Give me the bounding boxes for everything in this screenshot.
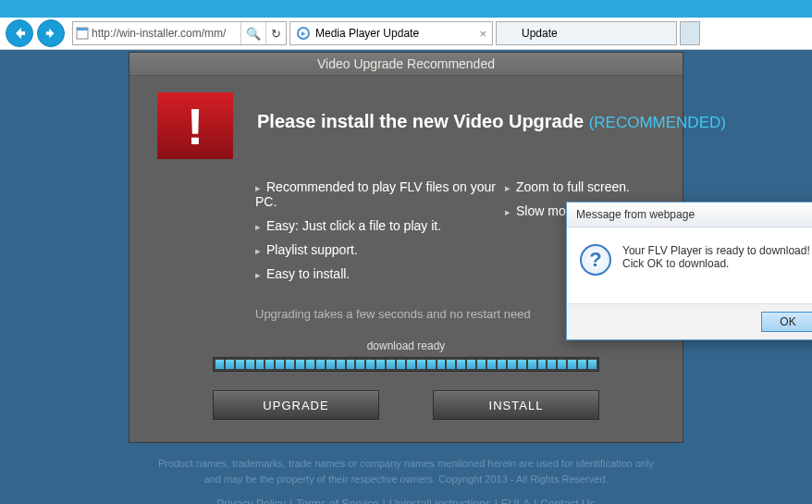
arrow-right-icon — [44, 27, 57, 40]
progress-segment — [326, 360, 335, 369]
progress-segment — [477, 360, 486, 369]
separator: | — [495, 498, 498, 504]
forward-button[interactable] — [37, 19, 65, 47]
headline-main: Please install the new Video Upgrade — [257, 111, 584, 131]
progress-segment — [347, 360, 355, 369]
back-button[interactable] — [6, 19, 33, 47]
dialog-title: Message from webpage — [567, 203, 812, 227]
footer-links: Privacy Policy|Terms of Service|Uninstal… — [129, 496, 683, 504]
progress-segment — [467, 360, 475, 369]
headline: Please install the new Video Upgrade (RE… — [257, 92, 726, 132]
progress-bar — [213, 357, 599, 372]
tab-title: Update — [522, 27, 558, 40]
progress-segment — [487, 360, 496, 369]
progress-segment — [457, 360, 465, 369]
progress-segment — [518, 360, 526, 369]
page-favicon — [73, 27, 90, 40]
progress-segment — [528, 360, 536, 369]
progress-segment — [397, 360, 405, 369]
question-icon: ? — [580, 244, 611, 276]
address-bar[interactable]: http://win-installer.com/mm/ 🔍 ↻ — [72, 21, 287, 45]
separator: | — [383, 498, 386, 504]
footer-link[interactable]: Uninstall instructions — [389, 498, 491, 504]
progress-segment — [417, 360, 425, 369]
progress-segment — [306, 360, 314, 369]
progress-segment — [337, 360, 345, 369]
footer-link[interactable]: EULA — [501, 498, 530, 504]
progress-segment — [376, 360, 385, 369]
progress-segment — [246, 360, 254, 369]
progress-segment — [276, 360, 284, 369]
ok-button[interactable]: OK — [761, 312, 812, 332]
progress-segment — [286, 360, 294, 369]
progress-segment — [265, 360, 274, 369]
progress-segment — [538, 360, 547, 369]
url-text: http://win-installer.com/mm/ — [90, 27, 240, 40]
progress-segment — [407, 360, 415, 369]
tab-update[interactable]: Update — [496, 21, 677, 45]
blank-favicon — [502, 26, 517, 41]
feature-item: Recommended to play FLV files on your PC… — [255, 179, 505, 209]
tab-media-player-update[interactable]: Media Player Update × — [289, 21, 493, 45]
upgrade-button[interactable]: UPGRADE — [213, 390, 379, 420]
progress-segment — [427, 360, 436, 369]
new-tab-button[interactable] — [680, 21, 700, 45]
footer-line2: and may be the property of their respect… — [129, 472, 683, 487]
progress-segment — [547, 360, 556, 369]
footer-link[interactable]: Terms of Service — [296, 498, 378, 504]
play-favicon — [296, 26, 311, 41]
progress-segment — [226, 360, 234, 369]
footer-line1: Product names, trademarks, trade names o… — [129, 456, 683, 472]
warning-icon: ! — [157, 92, 233, 159]
separator: | — [534, 498, 536, 504]
progress-segment — [366, 360, 375, 369]
progress-segment — [256, 360, 265, 369]
progress-segment — [568, 360, 576, 369]
message-dialog: Message from webpage ? Your FLV Player i… — [566, 202, 812, 340]
feature-item: Zoom to full screen. — [505, 179, 630, 194]
progress-segment — [578, 360, 586, 369]
progress-segment — [356, 360, 364, 369]
svg-rect-1 — [77, 28, 88, 31]
feature-item: Easy: Just click a file to play it. — [255, 218, 505, 233]
progress-segment — [236, 360, 244, 369]
dialog-line2: Cick OK to download. — [622, 257, 810, 270]
progress-segment — [558, 360, 566, 369]
progress-segment — [437, 360, 446, 369]
footer-link[interactable]: Contact Us — [540, 498, 595, 504]
download-ready-label: download ready — [157, 339, 655, 352]
progress-segment — [387, 360, 395, 369]
dialog-line1: Your FLV Player is ready to download! — [622, 244, 810, 257]
progress-segment — [215, 360, 224, 369]
progress-segment — [316, 360, 325, 369]
footer-link[interactable]: Privacy Policy — [216, 498, 286, 504]
progress-segment — [588, 360, 597, 369]
feature-list-left: Recommended to play FLV files on your PC… — [255, 179, 505, 290]
dialog-message: Your FLV Player is ready to download! Ci… — [622, 244, 810, 276]
install-button[interactable]: INSTALL — [433, 390, 599, 420]
progress-segment — [508, 360, 516, 369]
arrow-left-icon — [12, 26, 27, 41]
close-icon[interactable]: × — [479, 27, 486, 41]
panel-header: Video Upgrade Recommended — [129, 53, 683, 76]
progress-segment — [447, 360, 455, 369]
feature-item: Easy to install. — [255, 266, 505, 281]
progress-segment — [498, 360, 506, 369]
separator: | — [289, 498, 292, 504]
feature-item: Playlist support. — [255, 242, 505, 257]
url-actions: 🔍 ↻ — [240, 22, 286, 44]
search-icon[interactable]: 🔍 — [241, 22, 265, 44]
progress-segment — [296, 360, 304, 369]
browser-toolbar: http://win-installer.com/mm/ 🔍 ↻ Media P… — [0, 18, 812, 50]
footer: Product names, trademarks, trade names o… — [129, 456, 683, 504]
refresh-icon[interactable]: ↻ — [265, 22, 286, 44]
headline-recommended: (RECOMMENDED) — [589, 114, 726, 131]
tab-title: Media Player Update — [315, 27, 419, 40]
